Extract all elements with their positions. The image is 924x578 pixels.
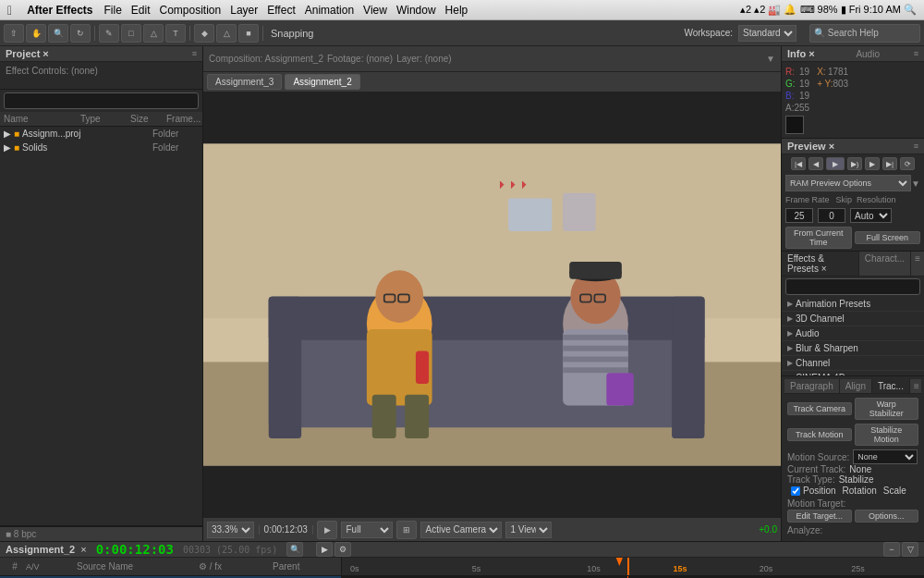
project-search-input[interactable] xyxy=(4,92,199,109)
svg-rect-6 xyxy=(672,297,704,438)
snapping-label: Snapping xyxy=(271,28,314,39)
grid-toggle[interactable]: ⊞ xyxy=(396,521,417,539)
project-item-0[interactable]: ▶ ■ Assignm...proj Folder xyxy=(0,127,202,141)
mask-tool[interactable]: □ xyxy=(121,24,141,43)
paragraph-tab[interactable]: Paragraph xyxy=(784,379,840,393)
full-screen-btn[interactable]: Full Screen xyxy=(855,231,921,244)
tl-play[interactable]: ▶ xyxy=(316,542,333,557)
effects-item-blur[interactable]: ▶ Blur & Sharpen xyxy=(782,341,924,356)
tl-expand[interactable]: ▽ xyxy=(902,542,918,557)
pen-tool[interactable]: ✎ xyxy=(99,24,119,43)
tl-search-btn[interactable]: 🔍 xyxy=(286,542,303,557)
tab-assignment2[interactable]: Assignment_2 xyxy=(285,74,359,90)
loop-btn[interactable]: ⟳ xyxy=(900,157,915,170)
search-btn[interactable]: 🔍 Search Help xyxy=(809,24,920,43)
clone-tool[interactable]: ◆ xyxy=(194,24,214,43)
effects-item-3d[interactable]: ▶ 3D Channel xyxy=(782,312,924,326)
quality-select[interactable]: FullHalfQuarter xyxy=(341,522,393,538)
center-area: Composition: Assignment_2 Footage: (none… xyxy=(203,46,781,541)
motion-source-label: Motion Source: xyxy=(787,452,849,462)
paint-tool[interactable]: △ xyxy=(216,24,237,43)
next-frame[interactable]: ▶ xyxy=(865,157,880,170)
menu-effect[interactable]: Effect xyxy=(267,4,295,17)
view-select[interactable]: 1 View xyxy=(505,522,552,538)
apple-menu[interactable]:  xyxy=(7,3,12,18)
layer-list: # A/V Source Name ⚙ / fx Parent 1 Dark G… xyxy=(0,558,342,578)
preview-close[interactable]: ≡ xyxy=(914,141,918,151)
mac-menubar:  After Effects File Edit Composition La… xyxy=(0,0,924,20)
track-type-value: Stabilize xyxy=(839,474,874,485)
a-label: A: xyxy=(785,103,794,113)
project-panel-close[interactable]: ≡ xyxy=(192,49,197,58)
motion-source-select[interactable]: None xyxy=(853,449,918,464)
comp-label: Composition: Assignment_2 xyxy=(209,54,323,64)
tracker-options[interactable]: ≡ xyxy=(910,379,923,393)
tl-minimize[interactable]: − xyxy=(883,542,900,557)
from-current-btn[interactable]: From Current Time xyxy=(785,227,852,249)
hand-tool[interactable]: ✋ xyxy=(26,24,46,43)
comp-body: ⏵⏵⏵ xyxy=(203,92,781,517)
menu-layer[interactable]: Layer xyxy=(230,4,258,17)
bpc-bar: ■ 8 bpc xyxy=(0,526,202,541)
tab-assignment3[interactable]: Assignment_3 xyxy=(207,74,282,90)
position-checkbox[interactable] xyxy=(791,486,800,496)
menu-window[interactable]: Window xyxy=(396,4,436,17)
track-camera-btn[interactable]: Track Camera xyxy=(787,402,852,415)
frame-rate-input[interactable] xyxy=(785,208,813,223)
text-tool[interactable]: T xyxy=(165,24,186,43)
stabilize-motion-btn[interactable]: Stabilize Motion xyxy=(855,424,919,446)
ram-preview-select[interactable]: RAM Preview Options xyxy=(785,175,911,191)
zoom-select[interactable]: 33.3%50%100% xyxy=(207,522,254,538)
menu-file[interactable]: File xyxy=(103,4,121,17)
warp-stabilizer-btn[interactable]: Warp Stabilizer xyxy=(855,398,919,420)
effects-item-audio[interactable]: ▶ Audio xyxy=(782,326,924,341)
info-close[interactable]: ≡ xyxy=(914,49,918,58)
folder-icon-1: ■ xyxy=(14,142,19,153)
prev-frame[interactable]: ◀ xyxy=(808,157,823,170)
expand-icon[interactable]: ▼ xyxy=(766,54,775,64)
skip-to-end[interactable]: ▶| xyxy=(882,157,897,170)
motion-target-row: Motion Target: xyxy=(787,498,918,509)
menu-composition[interactable]: Composition xyxy=(160,4,222,17)
timeline-body: # A/V Source Name ⚙ / fx Parent 1 Dark G… xyxy=(0,558,924,578)
zoom-tool[interactable]: 🔍 xyxy=(48,24,68,43)
align-tab[interactable]: Align xyxy=(840,379,872,393)
layer-list-header: # A/V Source Name ⚙ / fx Parent xyxy=(0,558,341,576)
full-screen-row: From Current Time Full Screen xyxy=(782,225,924,251)
effects-item-label-0: Animation Presets xyxy=(796,299,870,309)
tracker-tab[interactable]: Trac... xyxy=(872,379,910,393)
skip-to-start[interactable]: |◀ xyxy=(791,157,806,170)
effects-tab[interactable]: Effects & Presets × xyxy=(782,252,859,276)
tl-options[interactable]: ⚙ xyxy=(334,542,351,557)
menu-view[interactable]: View xyxy=(363,4,387,17)
track-motion-btn[interactable]: Track Motion xyxy=(787,428,852,441)
audio-tab[interactable]: Audio xyxy=(856,49,880,59)
play-audio[interactable]: ▶) xyxy=(847,157,862,170)
skip-input[interactable] xyxy=(818,208,845,223)
options-btn[interactable]: Options... xyxy=(855,510,919,523)
character-tab[interactable]: Charact... xyxy=(859,252,911,276)
menu-animation[interactable]: Animation xyxy=(305,4,354,17)
workspace-select[interactable]: Standard xyxy=(738,25,796,42)
effects-item-animation[interactable]: ▶ Animation Presets xyxy=(782,297,924,312)
info-panel-header: Info × Audio ≡ xyxy=(782,46,924,62)
puppet-tool[interactable]: ■ xyxy=(238,24,259,43)
svg-rect-4 xyxy=(269,297,705,340)
select-tool[interactable]: ⇧ xyxy=(4,24,24,43)
menu-help[interactable]: Help xyxy=(445,4,468,17)
ram-options-arrow[interactable]: ▼ xyxy=(911,178,920,189)
triangle-icon-4: ▶ xyxy=(787,359,793,367)
camera-select[interactable]: Active Camera xyxy=(420,522,502,538)
rotate-tool[interactable]: ↻ xyxy=(70,24,91,43)
effects-options[interactable]: ≡ xyxy=(911,252,924,276)
current-track-label: Current Track: xyxy=(787,464,845,474)
menu-edit[interactable]: Edit xyxy=(131,4,151,17)
effects-search-input[interactable] xyxy=(785,278,920,295)
project-item-1[interactable]: ▶ ■ Solids Folder xyxy=(0,141,202,154)
preview-play[interactable]: ▶ xyxy=(317,521,337,539)
effects-item-channel[interactable]: ▶ Channel xyxy=(782,356,924,371)
resolution-select[interactable]: AutoFullHalf xyxy=(850,208,892,223)
play-btn[interactable]: ▶ xyxy=(826,157,845,170)
shape-tool[interactable]: △ xyxy=(143,24,164,43)
edit-target-btn[interactable]: Edit Target... xyxy=(787,510,852,523)
